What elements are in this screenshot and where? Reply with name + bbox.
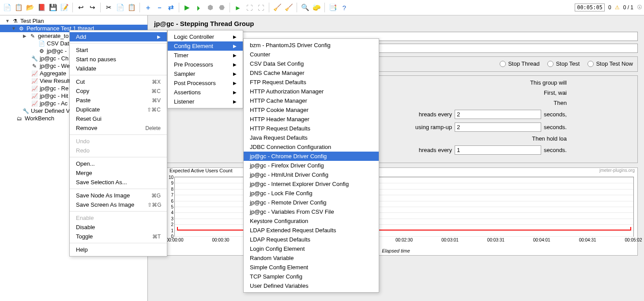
menu-item-counter[interactable]: Counter (244, 50, 379, 59)
clear-all-icon[interactable]: 🧹 (283, 2, 294, 13)
menu-item-jp-gc-firefox-driver-config[interactable]: jp@gc - Firefox Driver Config (244, 161, 379, 170)
menu-item-save-screen-as-image[interactable]: Save Screen As Image⇧⌘G (70, 200, 167, 209)
copy-icon[interactable]: 📄 (115, 2, 125, 13)
toolbar: 📄 📋 📂 📕 💾 📝 ↩ ↪ ✂ 📄 📋 ＋ － ⇄ ▶ ⏵ ⬢ ⬣ ► ⛶ … (0, 0, 644, 15)
cut-icon[interactable]: ✂ (103, 2, 114, 13)
thread-count: 0 / 1 (623, 4, 633, 11)
templates-icon[interactable]: 📋 (13, 2, 24, 13)
save-as-icon[interactable]: 📝 (59, 2, 70, 13)
undo-icon[interactable]: ↩ (75, 2, 86, 13)
expand-icon[interactable]: ＋ (143, 2, 153, 13)
menu-item-jp-gc-chrome-driver-config[interactable]: jp@gc - Chrome Driver Config (244, 152, 379, 161)
menu-item-validate[interactable]: Validate (70, 64, 167, 73)
menu-item-cut[interactable]: Cut⌘X (70, 77, 167, 86)
menu-item-http-cache-manager[interactable]: HTTP Cache Manager (244, 96, 379, 105)
menu-item-listener[interactable]: Listener▶ (168, 97, 243, 106)
menu-item-jp-gc-variables-from-csv-file[interactable]: jp@gc - Variables From CSV File (244, 207, 379, 216)
menu-item-reset-gui[interactable]: Reset Gui (70, 114, 167, 123)
menu-item-http-header-manager[interactable]: HTTP Header Manager (244, 115, 379, 124)
menu-item-timer[interactable]: Timer▶ (168, 51, 243, 60)
menu-item-add[interactable]: Add▶ (70, 32, 167, 41)
redo-icon[interactable]: ↪ (87, 2, 98, 13)
menu-item-http-request-defaults[interactable]: HTTP Request Defaults (244, 124, 379, 133)
menu-item-tcp-sampler-config[interactable]: TCP Sampler Config (244, 272, 379, 281)
menu-item-open-[interactable]: Open... (70, 159, 167, 168)
context-menu[interactable]: Add▶StartStart no pausesValidateCut⌘XCop… (69, 30, 167, 256)
menu-item-merge[interactable]: Merge (70, 168, 167, 178)
menu-item-jdbc-connection-configuration[interactable]: JDBC Connection Configuration (244, 142, 379, 152)
clear-icon[interactable]: 🧹 (272, 2, 282, 13)
menu-item-paste[interactable]: Paste⌘V (70, 96, 167, 105)
radio-stop-test[interactable]: Stop Test (547, 60, 580, 67)
open-icon[interactable]: 📂 (25, 2, 35, 13)
reset-search-icon[interactable]: 🧽 (311, 2, 322, 13)
menu-item-toggle[interactable]: Toggle⌘T (70, 232, 167, 241)
menu-item-http-cookie-manager[interactable]: HTTP Cookie Manager (244, 105, 379, 115)
add-submenu[interactable]: Logic Controller▶Config Element▶Timer▶Pr… (167, 30, 243, 108)
toggle-icon[interactable]: ⇄ (166, 2, 176, 13)
menu-item-pre-processors[interactable]: Pre Processors▶ (168, 60, 243, 69)
tree-item-0[interactable]: ▼⚗Test Plan (0, 17, 147, 25)
remote-start-all-icon[interactable]: ⛶ (244, 2, 255, 13)
remote-start-icon[interactable]: ► (233, 2, 243, 13)
paste-icon[interactable]: 📋 (126, 2, 137, 13)
run-nopause-icon[interactable]: ⏵ (193, 2, 204, 13)
config-element-submenu[interactable]: bzm - PhantomJS Driver ConfigCounterCSV … (243, 38, 379, 293)
rampup-input[interactable] (455, 123, 541, 132)
menu-item-save-node-as-image[interactable]: Save Node As Image⌘G (70, 191, 167, 200)
elapsed-time: 00:05:05 (575, 4, 605, 11)
menu-item-logic-controller[interactable]: Logic Controller▶ (168, 32, 243, 41)
finally-seconds-input[interactable] (455, 145, 541, 155)
menu-item-dns-cache-manager[interactable]: DNS Cache Manager (244, 68, 379, 78)
collapse-icon[interactable]: － (154, 2, 165, 13)
radio-stop-thread[interactable]: Stop Thread (500, 60, 539, 67)
menu-item-sampler[interactable]: Sampler▶ (168, 69, 243, 78)
menu-item-start[interactable]: Start (70, 45, 167, 55)
chart: jmeter-plugins.org Expected Active Users… (154, 167, 638, 256)
menu-item-ftp-request-defaults[interactable]: FTP Request Defaults (244, 78, 379, 87)
menu-item-login-config-element[interactable]: Login Config Element (244, 244, 379, 253)
run-icon[interactable]: ▶ (182, 2, 192, 13)
menu-item-user-defined-variables[interactable]: User Defined Variables (244, 281, 379, 290)
menu-item-post-processors[interactable]: Post Processors▶ (168, 78, 243, 88)
close-icon[interactable]: 📕 (36, 2, 47, 13)
radio-stop-test-now[interactable]: Stop Test Now (588, 60, 633, 67)
menu-item-start-no-pauses[interactable]: Start no pauses (70, 55, 167, 64)
help-icon[interactable]: ? (339, 2, 350, 13)
menu-item-keystore-configuration[interactable]: Keystore Configuration (244, 216, 379, 226)
menu-item-jp-gc-remote-driver-config[interactable]: jp@gc - Remote Driver Config (244, 198, 379, 207)
shutdown-icon[interactable]: ⬣ (216, 2, 227, 13)
menu-item-copy[interactable]: Copy⌘C (70, 86, 167, 96)
menu-item-jp-gc-internet-explorer-driver-config[interactable]: jp@gc - Internet Explorer Driver Config (244, 179, 379, 189)
menu-item-disable[interactable]: Disable (70, 223, 167, 232)
warning-icon: ⚠ (615, 4, 620, 11)
menu-item-simple-config-element[interactable]: Simple Config Element (244, 263, 379, 272)
menu-item-bzm-phantomjs-driver-config[interactable]: bzm - PhantomJS Driver Config (244, 41, 379, 50)
menu-item-save-selection-as-[interactable]: Save Selection As... (70, 178, 167, 187)
menu-item-random-variable[interactable]: Random Variable (244, 253, 379, 263)
menu-item-remove[interactable]: RemoveDelete (70, 123, 167, 133)
function-helper-icon[interactable]: 📑 (328, 2, 338, 13)
menu-item-ldap-extended-request-defaults[interactable]: LDAP Extended Request Defaults (244, 226, 379, 235)
menu-item-http-authorization-manager[interactable]: HTTP Authorization Manager (244, 87, 379, 96)
save-icon[interactable]: 💾 (48, 2, 58, 13)
menu-item-jp-gc-htmlunit-driver-config[interactable]: jp@gc - HtmlUnit Driver Config (244, 170, 379, 179)
search-icon[interactable]: 🔍 (300, 2, 310, 13)
chart-credit: jmeter-plugins.org (599, 168, 635, 173)
menu-item-redo: Redo (70, 146, 167, 155)
stop-icon[interactable]: ⬢ (205, 2, 215, 13)
status-icon: ⦿ (637, 4, 642, 11)
menu-item-csv-data-set-config[interactable]: CSV Data Set Config (244, 59, 379, 68)
remote-stop-icon[interactable]: ⛶ (256, 2, 266, 13)
new-icon[interactable]: 📄 (2, 2, 12, 13)
menu-item-assertions[interactable]: Assertions▶ (168, 88, 243, 97)
menu-item-java-request-defaults[interactable]: Java Request Defaults (244, 133, 379, 142)
menu-item-config-element[interactable]: Config Element▶ (168, 41, 243, 51)
menu-item-ldap-request-defaults[interactable]: LDAP Request Defaults (244, 235, 379, 244)
menu-item-help[interactable]: Help (70, 245, 167, 254)
menu-item-jp-gc-lock-file-config[interactable]: jp@gc - Lock File Config (244, 189, 379, 198)
next-seconds-input[interactable] (455, 110, 541, 119)
chart-ylabel-top: Expected Active Users Count (169, 168, 232, 173)
error-count: 0 (608, 4, 611, 11)
menu-item-duplicate[interactable]: Duplicate⇧⌘C (70, 105, 167, 114)
